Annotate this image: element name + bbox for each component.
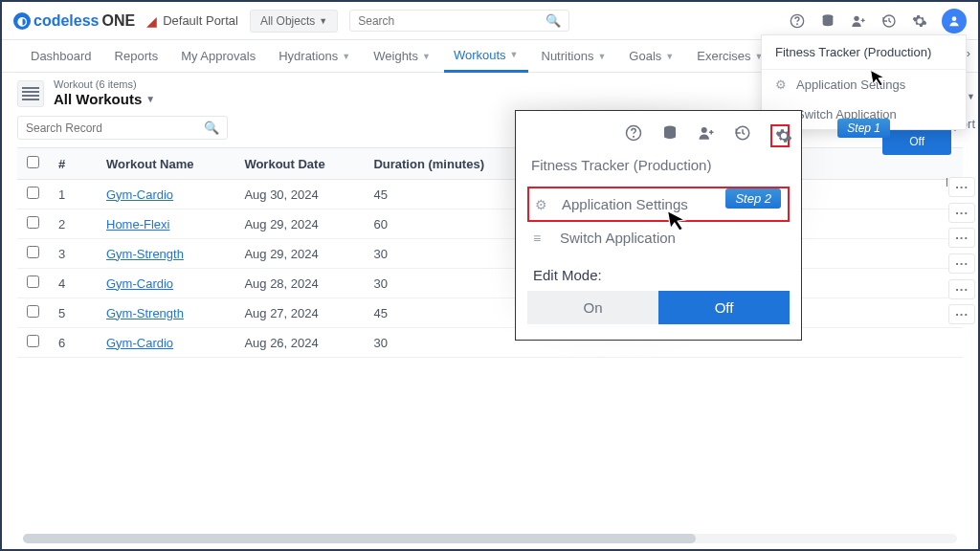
panel-item-switch-app[interactable]: ≡ Switch Application <box>527 222 790 253</box>
search-record[interactable]: 🔍 <box>17 116 228 140</box>
cell-workout-date: Aug 26, 2024 <box>234 328 364 358</box>
help-icon[interactable] <box>789 12 806 30</box>
help-icon[interactable] <box>625 124 644 147</box>
edit-mode-toggle[interactable]: On Off <box>527 291 790 324</box>
history-icon[interactable] <box>880 12 898 30</box>
tab-weights[interactable]: Weights▼ <box>364 40 440 73</box>
caret-down-icon: ▼ <box>342 52 350 61</box>
row-checkbox[interactable] <box>27 187 39 199</box>
global-search-input[interactable] <box>358 14 546 28</box>
logo[interactable]: ◐ codelessONE <box>13 12 135 30</box>
chevron-right-icon[interactable]: › <box>967 46 970 60</box>
cell-index: 3 <box>49 239 97 269</box>
row-actions-button[interactable]: ··· <box>948 177 975 197</box>
svg-point-4 <box>952 16 957 21</box>
workout-link[interactable]: Gym-Cardio <box>106 187 173 202</box>
cell-index: 1 <box>49 180 97 209</box>
svg-point-6 <box>634 136 635 137</box>
panel-item-label: Switch Application <box>560 230 676 246</box>
cell-workout-date: Aug 29, 2024 <box>234 239 364 269</box>
row-checkbox[interactable] <box>27 335 39 347</box>
workout-link[interactable]: Gym-Cardio <box>106 276 173 291</box>
row-actions-button[interactable]: ··· <box>948 228 975 248</box>
page-title[interactable]: All Workouts ▼ <box>54 91 155 108</box>
gears-icon: ⚙ <box>535 197 552 212</box>
caret-down-icon: ▼ <box>665 52 674 61</box>
settings-gear-icon[interactable] <box>911 12 928 30</box>
cell-index: 2 <box>49 209 97 239</box>
object-filter-label: All Objects <box>260 14 315 28</box>
row-checkbox[interactable] <box>27 276 39 288</box>
workout-link[interactable]: Gym-Cardio <box>106 336 173 350</box>
off-button[interactable]: Off <box>882 128 951 155</box>
cell-workout-date: Aug 28, 2024 <box>234 269 364 298</box>
caret-down-icon: ▼ <box>597 52 606 61</box>
database-icon[interactable] <box>819 12 836 30</box>
col-index[interactable]: # <box>49 148 97 180</box>
select-all-header[interactable] <box>17 148 49 180</box>
dropdown-item-app-settings[interactable]: ⚙ Application Settings <box>762 70 966 99</box>
tab-goals[interactable]: Goals▼ <box>619 40 683 73</box>
cursor-icon <box>869 67 887 88</box>
step-1-label: Step 1 <box>837 119 890 138</box>
caret-down-icon: ▼ <box>145 94 155 105</box>
row-checkbox[interactable] <box>27 305 39 318</box>
scrollbar-thumb[interactable] <box>23 534 696 543</box>
tab-nutritions[interactable]: Nutritions▼ <box>532 40 616 73</box>
gears-icon: ⚙ <box>775 77 789 92</box>
database-icon[interactable] <box>661 124 680 147</box>
row-actions-button[interactable]: ··· <box>948 279 975 299</box>
cell-workout-name: Gym-Cardio <box>97 328 234 358</box>
edit-mode-label: Edit Mode: <box>527 267 790 283</box>
cell-index: 4 <box>49 269 97 298</box>
global-search[interactable]: 🔍 <box>349 10 569 32</box>
settings-gear-icon-highlighted[interactable] <box>770 124 790 147</box>
workout-link[interactable]: Gym-Strength <box>106 247 184 261</box>
cell-index: 5 <box>49 298 97 328</box>
horizontal-scrollbar[interactable] <box>23 534 957 543</box>
row-actions-button[interactable]: ··· <box>948 253 975 274</box>
cell-workout-date: Aug 29, 2024 <box>234 209 364 239</box>
tab-workouts[interactable]: Workouts▼ <box>444 40 528 73</box>
panel-icon-row <box>527 124 790 147</box>
top-icons <box>789 9 967 33</box>
add-user-icon[interactable] <box>850 12 867 30</box>
tab-dashboard[interactable]: Dashboard <box>21 40 101 73</box>
settings-panel: Fitness Tracker (Production) ⚙ Applicati… <box>515 110 802 341</box>
search-record-input[interactable] <box>26 121 204 135</box>
svg-point-3 <box>854 15 858 20</box>
search-icon: 🔍 <box>204 121 219 135</box>
tab-hydrations[interactable]: Hydrations▼ <box>269 40 360 73</box>
list-view-icon <box>17 80 44 107</box>
row-checkbox[interactable] <box>27 246 39 258</box>
portal-label: Default Portal <box>163 13 238 28</box>
cursor-icon <box>666 206 689 233</box>
magnified-callout: Fitness Tracker (Production) ⚙ Applicati… <box>515 110 802 341</box>
logo-mark-icon: ◐ <box>13 12 31 30</box>
portal-icon: ◢ <box>146 13 157 29</box>
toggle-off[interactable]: Off <box>658 291 790 324</box>
svg-point-1 <box>797 24 798 25</box>
caret-down-icon: ▼ <box>319 16 327 26</box>
row-actions-button[interactable]: ··· <box>948 203 975 223</box>
select-all-checkbox[interactable] <box>27 156 39 168</box>
cell-workout-name: Gym-Cardio <box>97 269 234 298</box>
workout-link[interactable]: Home-Flexi <box>106 217 169 231</box>
col-workout-name[interactable]: Workout Name <box>97 148 234 180</box>
cell-index: 6 <box>49 328 97 358</box>
tab-my-approvals[interactable]: My Approvals <box>171 40 265 73</box>
cell-workout-name: Gym-Cardio <box>97 180 234 209</box>
tab-reports[interactable]: Reports <box>105 40 168 73</box>
toggle-on[interactable]: On <box>527 291 658 324</box>
svg-point-8 <box>702 127 707 133</box>
row-checkbox[interactable] <box>27 216 39 229</box>
row-actions-button[interactable]: ··· <box>948 304 975 324</box>
col-workout-date[interactable]: Workout Date <box>234 148 364 180</box>
history-icon[interactable] <box>734 124 753 147</box>
object-filter[interactable]: All Objects ▼ <box>250 10 338 33</box>
add-user-icon[interactable] <box>698 124 717 147</box>
logo-text-one: ONE <box>101 12 135 30</box>
workout-link[interactable]: Gym-Strength <box>106 306 184 320</box>
portal-selector[interactable]: ◢ Default Portal <box>146 13 238 29</box>
user-avatar[interactable] <box>942 9 967 33</box>
